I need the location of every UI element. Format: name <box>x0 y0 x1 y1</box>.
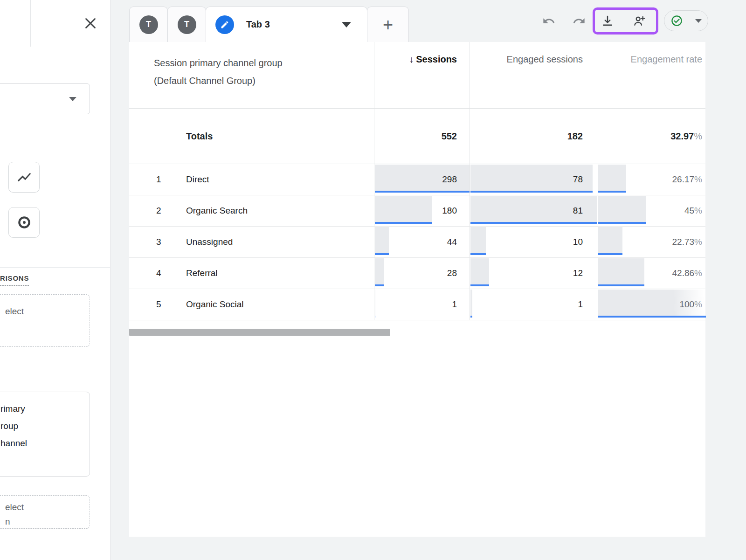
panel-divider <box>30 0 31 47</box>
line-chart-button[interactable] <box>8 162 40 193</box>
engaged-cell: 81 <box>470 195 597 226</box>
comparisons-label: RISONS <box>0 274 29 286</box>
channel-name: Unassigned <box>186 237 233 247</box>
tab-initial-badge: T <box>178 15 196 34</box>
channel-name: Organic Social <box>186 299 244 310</box>
plus-icon: + <box>383 16 393 34</box>
dimension-header-line: (Default Channel Group) <box>154 72 374 90</box>
table-row: 5Organic Social 1 1 100% <box>129 289 705 320</box>
sessions-cell: 28 <box>374 258 470 289</box>
download-icon[interactable] <box>601 14 614 28</box>
sessions-cell: 44 <box>374 227 470 257</box>
redo-button[interactable] <box>570 12 588 30</box>
horizontal-scrollbar-thumb[interactable] <box>129 329 390 336</box>
rate-cell: 26.17% <box>597 164 705 195</box>
redo-icon <box>573 14 586 28</box>
drop-target-label: n <box>5 514 90 529</box>
settings-dropdown[interactable] <box>0 83 90 114</box>
row-index: 2 <box>129 206 186 216</box>
rate-cell: 100% <box>597 289 705 320</box>
rate-cell: 45% <box>597 195 705 226</box>
row-index: 5 <box>129 299 186 310</box>
rate-bar <box>598 258 644 286</box>
table-row: 3Unassigned 44 10 22.73% <box>129 227 705 258</box>
rate-bar <box>598 227 622 255</box>
check-circle-icon <box>670 14 683 27</box>
tab-initial-badge: T <box>139 15 158 34</box>
apply-status-button[interactable] <box>664 10 708 31</box>
chip-text-line: roup <box>0 417 90 435</box>
column-header-sessions[interactable]: ↓Sessions <box>374 42 470 108</box>
donut-chart-button[interactable] <box>8 207 40 238</box>
sessions-cell: 180 <box>374 195 470 226</box>
table-row: 1Direct 298 78 26.17% <box>129 164 705 195</box>
engaged-bar <box>470 258 489 286</box>
close-icon[interactable] <box>80 14 101 34</box>
column-header-engagement-rate[interactable]: Engagement rate <box>597 42 705 108</box>
undo-button[interactable] <box>539 12 558 30</box>
column-header-label: Engagement rate <box>631 54 702 64</box>
rate-cell: 22.73% <box>597 227 705 257</box>
edit-icon <box>215 15 234 34</box>
sessions-bar <box>375 227 389 255</box>
row-index: 4 <box>129 268 186 278</box>
tab-3-active[interactable]: Tab 3 <box>206 7 367 42</box>
channel-name: Referral <box>186 268 218 278</box>
channel-name: Organic Search <box>186 206 248 216</box>
column-header-label: Sessions <box>416 54 457 64</box>
totals-engaged: 182 <box>470 109 597 164</box>
sessions-bar <box>375 258 384 286</box>
engaged-cell: 78 <box>470 164 597 195</box>
rate-cell: 42.86% <box>597 258 705 289</box>
row-index: 3 <box>129 237 186 247</box>
tab-label: Tab 3 <box>246 19 270 30</box>
exploration-main-area: T T Tab 3 + <box>111 0 746 560</box>
engaged-bar <box>470 227 486 255</box>
engaged-cell: 1 <box>470 289 597 320</box>
highlighted-actions-box <box>593 7 658 35</box>
sessions-cell: 298 <box>374 164 470 195</box>
chevron-down-icon[interactable] <box>342 22 351 28</box>
column-header-engaged-sessions[interactable]: Engaged sessions <box>470 42 597 108</box>
table-header-row: Session primary channel group (Default C… <box>129 42 705 109</box>
sessions-bar <box>375 196 432 224</box>
values-drop-target[interactable]: elect n <box>0 495 90 529</box>
tab-1[interactable]: T <box>129 7 168 42</box>
totals-label: Totals <box>129 109 374 164</box>
chip-text-line: rimary <box>0 400 90 417</box>
tab-settings-panel: RISONS elect rimary roup hannel elect n <box>0 0 111 560</box>
engaged-cell: 12 <box>470 258 597 289</box>
undo-icon <box>542 14 555 28</box>
sort-desc-icon: ↓ <box>409 54 414 64</box>
donut-chart-icon <box>16 214 32 230</box>
table-row: 2Organic Search 180 81 45% <box>129 195 705 227</box>
dimension-chip[interactable]: rimary roup hannel <box>0 392 90 477</box>
sessions-bar <box>375 290 375 318</box>
drop-target-label: elect <box>5 306 24 316</box>
report-canvas: Session primary channel group (Default C… <box>129 42 705 537</box>
totals-sessions: 552 <box>374 109 470 164</box>
line-chart-icon <box>16 169 32 185</box>
tab-strip: T T Tab 3 + <box>129 7 409 42</box>
section-divider <box>0 267 111 268</box>
table-row: 4Referral 28 12 42.86% <box>129 258 705 289</box>
column-header-label: Engaged sessions <box>507 54 583 64</box>
add-tab-button[interactable]: + <box>367 7 409 42</box>
channel-name: Direct <box>186 174 209 185</box>
rate-bar <box>598 196 646 224</box>
column-header-dimension[interactable]: Session primary channel group (Default C… <box>129 42 374 108</box>
chevron-down-icon <box>695 19 702 23</box>
person-add-icon[interactable] <box>633 14 646 28</box>
comparison-drop-target[interactable]: elect <box>0 294 90 347</box>
dimension-header-line: Session primary channel group <box>154 54 374 72</box>
chevron-down-icon <box>69 97 76 101</box>
engaged-cell: 10 <box>470 227 597 257</box>
chip-text-line: hannel <box>0 435 90 452</box>
totals-row: Totals 552 182 32.97% <box>129 109 705 164</box>
totals-rate: 32.97% <box>597 109 705 164</box>
rate-bar <box>598 165 626 193</box>
row-index: 1 <box>129 174 186 185</box>
tab-2[interactable]: T <box>167 7 206 42</box>
drop-target-label: elect <box>5 500 90 514</box>
sessions-cell: 1 <box>374 289 470 320</box>
